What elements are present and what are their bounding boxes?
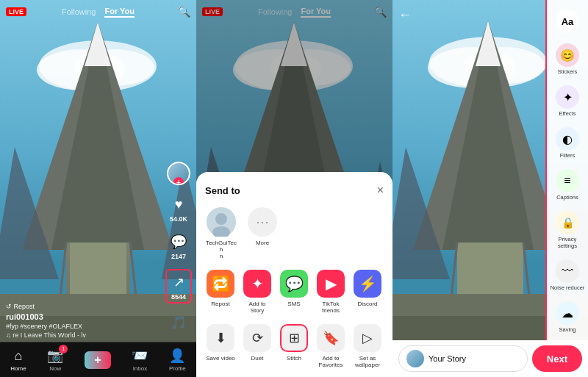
effects-label: Effects <box>559 110 576 117</box>
username-label[interactable]: rui001003 <box>6 312 164 321</box>
like-count: 54.0K <box>170 215 187 223</box>
panel3-bottom-bar: Your Story Next <box>392 340 588 377</box>
discord-icon: ⚡ <box>354 270 381 298</box>
right-sidebar: + ♥ 54.0K 💬 2147 ↗ 8544 🎵 <box>165 162 192 333</box>
more-contacts-label: More <box>256 240 269 246</box>
search-icon[interactable]: 🔍 <box>178 6 190 18</box>
your-story-label: Your Story <box>429 354 466 363</box>
share-count: 8544 <box>171 293 186 301</box>
share-modal-close-button[interactable]: × <box>377 184 384 197</box>
tool-effects[interactable]: ✦ Effects <box>547 82 588 121</box>
stickers-label: Stickers <box>558 68 578 75</box>
repost-label[interactable]: ↺ Repost <box>6 303 164 310</box>
nav-profile[interactable]: 👤 Profile <box>169 348 186 372</box>
hashtags: #fyp #scenery #OLAFLEX <box>6 323 164 330</box>
comment-count: 2147 <box>171 253 186 260</box>
follow-plus[interactable]: + <box>173 177 184 185</box>
privacy-icon: 🔒 <box>556 211 579 234</box>
tool-captions[interactable]: ≡ Captions <box>547 165 588 204</box>
nav-inbox[interactable]: 📨 Inbox <box>132 348 148 372</box>
share-button[interactable]: ↗ 8544 <box>165 269 192 304</box>
effects-icon: ✦ <box>556 85 579 109</box>
share-apps-row: 🔁 Repost ✦ Add to Story 💬 SMS ▶ TikTok f… <box>205 270 384 314</box>
text-tool-icon: Aa <box>556 10 579 33</box>
add-favorites-icon: 🔖 <box>317 324 345 352</box>
duet-icon: ⟳ <box>243 324 271 352</box>
next-button[interactable]: Next <box>532 345 582 372</box>
share-app-sms[interactable]: 💬 SMS <box>279 270 309 314</box>
profile-icon: 👤 <box>169 348 185 364</box>
share-actions-row: ⬇ Save video ⟳ Duet ⊞ Stitch 🔖 Add to Fa… <box>205 324 384 368</box>
panel-3: ← Aa 😊 Stickers ✦ Effects ◐ Filters ≡ Ca… <box>392 0 588 377</box>
action-stitch[interactable]: ⊞ Stitch <box>279 324 309 368</box>
share-modal: Send to × TechGuiTechn ⋯ <box>196 172 392 377</box>
tool-filters[interactable]: ◐ Filters <box>547 123 588 162</box>
contact-avatar <box>207 207 236 237</box>
your-story-button[interactable]: Your Story <box>398 345 528 372</box>
inbox-label: Inbox <box>133 365 148 372</box>
inbox-icon: 📨 <box>132 348 148 364</box>
share-app-tiktok[interactable]: ▶ TikTok friends <box>315 270 346 314</box>
share-contacts-row: TechGuiTechn ⋯ More <box>205 207 384 259</box>
stitch-icon: ⊞ <box>280 324 308 352</box>
back-arrow-button[interactable]: ← <box>398 7 412 23</box>
svg-point-30 <box>215 213 227 225</box>
share-modal-overlay: Send to × TechGuiTechn ⋯ <box>196 0 392 377</box>
nav-following[interactable]: Following <box>62 7 96 16</box>
tool-stickers[interactable]: 😊 Stickers <box>547 40 588 79</box>
share-contact-more[interactable]: ⋯ More <box>246 207 279 259</box>
bottom-info: ↺ Repost rui001003 #fyp #scenery #OLAFLE… <box>6 303 164 339</box>
nav-home[interactable]: ⌂ Home <box>10 348 26 372</box>
save-button[interactable]: 🎵 <box>168 312 189 333</box>
share-app-add-story[interactable]: ✦ Add to Story <box>242 270 273 314</box>
repost-app-icon: 🔁 <box>207 270 234 298</box>
profile-label: Profile <box>169 365 186 372</box>
panel1-top-nav: LIVE Following For You 🔍 <box>0 0 196 24</box>
tool-text[interactable]: Aa <box>547 6 588 37</box>
duet-label: Duet <box>251 355 264 362</box>
your-story-avatar <box>406 350 424 367</box>
filters-icon: ◐ <box>556 127 579 151</box>
action-duet[interactable]: ⟳ Duet <box>242 324 273 368</box>
noise-label: Noise reducer <box>551 284 585 291</box>
tiktok-icon: ▶ <box>317 270 345 298</box>
bookmark-icon: 🎵 <box>168 312 189 333</box>
live-badge: LIVE <box>6 7 26 16</box>
saving-icon: ☁ <box>556 301 579 325</box>
repost-app-label: Repost <box>211 301 229 307</box>
comment-icon: 💬 <box>168 231 189 252</box>
wallpaper-label: Set as wallpaper <box>352 355 383 368</box>
nav-now[interactable]: 📷 Now <box>47 348 63 372</box>
share-modal-title: Send to <box>205 185 240 196</box>
privacy-label: Privacy settings <box>550 236 585 249</box>
tool-noise-reducer[interactable]: 〰 Noise reducer <box>547 256 588 295</box>
sms-label: SMS <box>287 301 300 307</box>
share-modal-header: Send to × <box>205 184 384 197</box>
add-favorites-label: Add to Favorites <box>315 355 346 368</box>
sms-icon: 💬 <box>280 270 308 298</box>
contact-name: TechGuiTechn <box>205 240 237 259</box>
panel-1: LIVE Following For You 🔍 + ♥ 54.0K 💬 214… <box>0 0 196 377</box>
action-add-favorites[interactable]: 🔖 Add to Favorites <box>315 324 346 368</box>
stickers-icon: 😊 <box>556 43 579 67</box>
add-story-label: Add to Story <box>242 301 273 314</box>
home-icon: ⌂ <box>15 348 23 364</box>
like-button[interactable]: ♥ 54.0K <box>168 194 189 223</box>
comment-button[interactable]: 💬 2147 <box>168 231 189 260</box>
action-wallpaper[interactable]: ▷ Set as wallpaper <box>352 324 383 368</box>
nav-add[interactable]: + <box>85 351 111 369</box>
captions-icon: ≡ <box>556 169 579 193</box>
tool-saving[interactable]: ☁ Saving <box>547 298 588 337</box>
nav-for-you[interactable]: For You <box>104 7 135 18</box>
share-app-discord[interactable]: ⚡ Discord <box>352 270 383 314</box>
share-app-repost[interactable]: 🔁 Repost <box>205 270 236 314</box>
action-save-video[interactable]: ⬇ Save video <box>205 324 236 368</box>
avatar[interactable]: + <box>167 162 190 185</box>
add-story-icon: ✦ <box>243 270 271 298</box>
share-contact-techgui[interactable]: TechGuiTechn <box>205 207 237 259</box>
panel-2: LIVE Following For You 🔍 Send to × <box>196 0 392 377</box>
tiktok-label: TikTok friends <box>315 301 346 314</box>
heart-icon: ♥ <box>168 194 189 215</box>
stitch-label: Stitch <box>287 355 301 362</box>
tool-privacy[interactable]: 🔒 Privacy settings <box>547 207 588 253</box>
